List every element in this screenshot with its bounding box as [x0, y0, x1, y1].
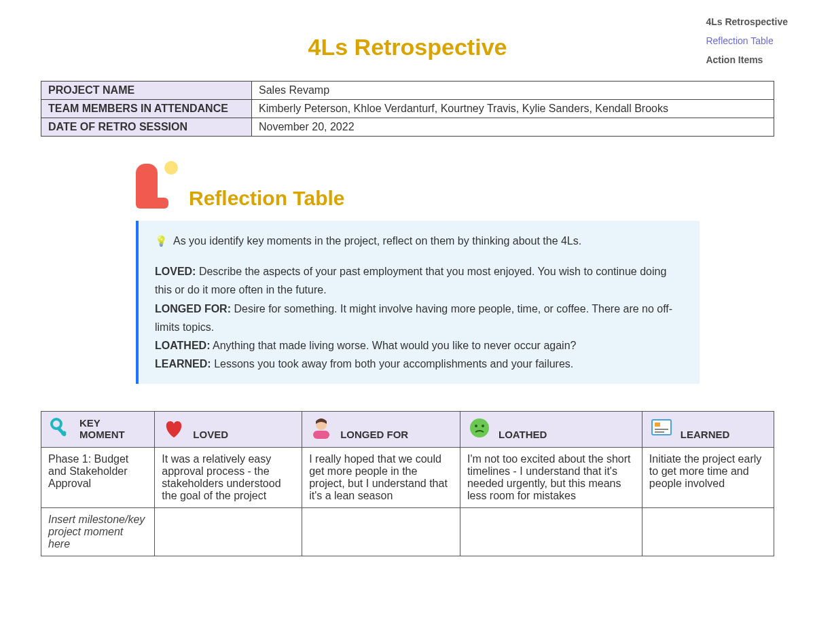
meta-row: TEAM MEMBERS IN ATTENDANCE Kimberly Pete…: [41, 100, 774, 118]
callout-item: LONGED FOR: Desire for something. It mig…: [155, 300, 683, 336]
cell-loved[interactable]: [155, 508, 302, 556]
cell-key-moment[interactable]: Phase 1: Budget and Stakeholder Approval: [41, 448, 155, 508]
cell-loved[interactable]: It was a relatively easy approval proces…: [155, 448, 302, 508]
meta-value: Sales Revamp: [252, 82, 774, 100]
reflection-table: KEY MOMENT LOVED: [41, 411, 774, 556]
svg-rect-4: [313, 431, 329, 439]
sick-face-icon: [467, 416, 492, 440]
meta-value: November 20, 2022: [252, 118, 774, 137]
callout-item: LOATHED: Anything that made living worse…: [155, 336, 683, 355]
toc-link-4ls[interactable]: 4Ls Retrospective: [706, 12, 788, 31]
svg-rect-9: [655, 423, 660, 427]
col-loved: LOVED: [155, 412, 302, 448]
col-loathed: LOATHED: [460, 412, 642, 448]
project-meta-table: PROJECT NAME Sales Revamp TEAM MEMBERS I…: [41, 81, 774, 137]
meta-row: DATE OF RETRO SESSION November 20, 2022: [41, 118, 774, 137]
col-longed-for: LONGED FOR: [302, 412, 460, 448]
cell-longed-for[interactable]: [302, 508, 460, 556]
cell-learned[interactable]: Initiate the project early to get more t…: [642, 448, 774, 508]
person-icon: [309, 416, 333, 440]
meta-row: PROJECT NAME Sales Revamp: [41, 82, 774, 100]
meta-value: Kimberly Peterson, Khloe Verdanturf, Kou…: [252, 100, 774, 118]
callout-lead: As you identify key moments in the proje…: [155, 232, 683, 250]
toc-link-action-items[interactable]: Action Items: [706, 50, 788, 69]
cell-key-moment[interactable]: Insert milestone/key project moment here: [41, 508, 155, 556]
meta-label: TEAM MEMBERS IN ATTENDANCE: [41, 100, 252, 118]
table-of-contents: 4Ls Retrospective Reflection Table Actio…: [706, 12, 788, 69]
callout-item: LEARNED: Lessons you took away from both…: [155, 355, 683, 373]
cell-loathed[interactable]: I'm not too excited about the short time…: [460, 448, 642, 508]
cell-loathed[interactable]: [460, 508, 642, 556]
key-icon: [48, 416, 73, 440]
toc-link-reflection[interactable]: Reflection Table: [706, 31, 788, 50]
col-learned: LEARNED: [642, 412, 774, 448]
reflection-callout: As you identify key moments in the proje…: [136, 221, 700, 384]
cell-longed-for[interactable]: I really hoped that we could get more pe…: [302, 448, 460, 508]
table-row-placeholder: Insert milestone/key project moment here: [41, 508, 774, 556]
svg-point-6: [475, 425, 477, 427]
svg-point-0: [52, 419, 61, 429]
table-row: Phase 1: Budget and Stakeholder Approval…: [41, 448, 774, 508]
letter-l-icon: [136, 164, 177, 211]
meta-label: DATE OF RETRO SESSION: [41, 118, 252, 137]
svg-point-7: [482, 425, 484, 427]
svg-point-5: [470, 418, 489, 437]
callout-item: LOVED: Describe the aspects of your past…: [155, 262, 683, 299]
document-icon: [649, 416, 674, 440]
col-key-moment: KEY MOMENT: [41, 412, 155, 448]
heart-icon: [162, 416, 186, 440]
cell-learned[interactable]: [642, 508, 774, 556]
section-heading-reflection: Reflection Table: [189, 187, 344, 210]
meta-label: PROJECT NAME: [41, 82, 252, 100]
page-title: 4Ls Retrospective: [41, 34, 774, 60]
